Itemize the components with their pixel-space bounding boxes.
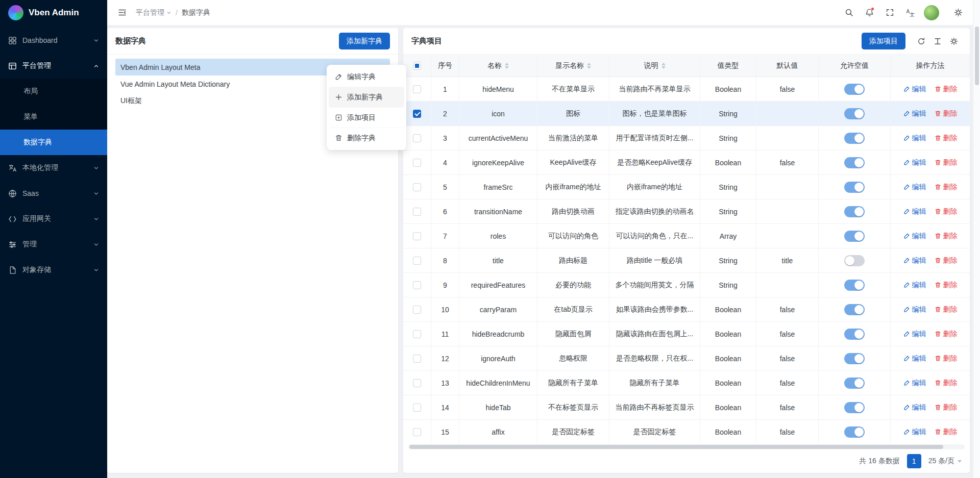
edit-button[interactable]: 编辑 [903, 134, 926, 143]
edit-button[interactable]: 编辑 [903, 183, 926, 192]
table-row[interactable]: 10 carryParam 在tab页显示 如果该路由会携带参数... Bool… [403, 297, 970, 322]
table-row[interactable]: 15 affix 是否固定标签 是否固定标签 Boolean false 编辑 … [403, 420, 970, 443]
row-checkbox[interactable] [413, 232, 421, 240]
add-dictionary-button[interactable]: 添加新字典 [339, 33, 390, 49]
allow-null-switch[interactable] [844, 402, 865, 413]
table-horizontal-scrollbar[interactable] [408, 444, 965, 449]
app-logo[interactable]: Vben Admin [0, 0, 107, 26]
sort-icons[interactable] [662, 63, 666, 69]
sidebar-item-object-storage[interactable]: 对象存储 [0, 257, 107, 283]
edit-button[interactable]: 编辑 [903, 330, 926, 339]
edit-button[interactable]: 编辑 [903, 403, 926, 412]
row-checkbox[interactable] [413, 306, 421, 314]
sidebar-item-manage[interactable]: 管理 [0, 232, 107, 257]
delete-button[interactable]: 删除 [935, 427, 958, 437]
edit-button[interactable]: 编辑 [903, 158, 926, 167]
edit-button[interactable]: 编辑 [903, 281, 926, 290]
delete-button[interactable]: 删除 [935, 134, 958, 143]
context-menu-item[interactable]: 删除字典 [329, 128, 404, 148]
sort-icons[interactable] [587, 63, 591, 69]
allow-null-switch[interactable] [844, 231, 865, 242]
edit-button[interactable]: 编辑 [903, 232, 926, 241]
edit-button[interactable]: 编辑 [903, 427, 926, 437]
scrollbar-thumb[interactable] [409, 445, 943, 449]
row-checkbox[interactable] [413, 428, 421, 436]
sidebar-item-data-dictionary[interactable]: 数据字典 [0, 130, 107, 155]
custom-column-icon[interactable] [930, 34, 945, 49]
context-menu-item[interactable]: 添加新字典 [329, 87, 404, 107]
delete-button[interactable]: 删除 [935, 379, 958, 388]
edit-button[interactable]: 编辑 [903, 305, 926, 314]
delete-button[interactable]: 删除 [935, 305, 958, 314]
table-row[interactable]: 3 currentActiveMenu 当前激活的菜单 用于配置详情页时左侧..… [403, 126, 970, 150]
context-menu-item[interactable]: 编辑字典 [329, 67, 404, 87]
allow-null-switch[interactable] [844, 108, 865, 119]
context-menu-item[interactable]: 添加项目 [329, 108, 404, 128]
table-row[interactable]: 14 hideTab 不在标签页显示 当前路由不再标签页显示 Boolean f… [403, 395, 970, 420]
table-row[interactable]: 6 transitionName 路由切换动画 指定该路由切换的动画名 Stri… [403, 199, 970, 224]
menu-fold-icon[interactable] [113, 4, 131, 21]
row-checkbox[interactable] [413, 355, 421, 363]
sidebar-item-localization[interactable]: 本地化管理 [0, 155, 107, 181]
allow-null-switch[interactable] [844, 426, 865, 438]
column-header[interactable]: 名称 [459, 55, 537, 77]
column-header[interactable]: 序号 [431, 55, 459, 77]
delete-button[interactable]: 删除 [935, 256, 958, 265]
page-scrollbar-thumb[interactable] [975, 27, 979, 85]
column-header[interactable]: 值类型 [700, 55, 756, 77]
delete-button[interactable]: 删除 [935, 109, 958, 118]
user-avatar[interactable] [924, 5, 939, 20]
page-number-button[interactable]: 1 [907, 454, 921, 468]
page-size-select[interactable]: 25 条/页 [928, 457, 962, 466]
delete-button[interactable]: 删除 [935, 330, 958, 339]
column-header[interactable]: 说明 [609, 55, 700, 77]
table-row[interactable]: 8 title 路由标题 路由title 一般必填 String title 编… [403, 248, 970, 273]
column-header[interactable]: 默认值 [756, 55, 819, 77]
breadcrumb-item[interactable]: 平台管理 [136, 8, 172, 17]
notification-bell-icon[interactable] [861, 4, 878, 21]
table-row[interactable]: 11 hideBreadcrumb 隐藏面包屑 隐藏该路由在面包屑上... Bo… [403, 322, 970, 346]
allow-null-switch[interactable] [844, 280, 865, 291]
sidebar-item-menu[interactable]: 菜单 [0, 104, 107, 130]
select-all-checkbox[interactable] [413, 62, 421, 70]
table-row[interactable]: 1 hideMenu 不在菜单显示 当前路由不再菜单显示 Boolean fal… [403, 77, 970, 102]
fullscreen-icon[interactable] [881, 4, 898, 21]
table-row[interactable]: 2 icon 图标 图标，也是菜单图标 String 编辑 删除 [403, 102, 970, 126]
table-row[interactable]: 5 frameSrc 内嵌iframe的地址 内嵌iframe的地址 Strin… [403, 175, 970, 199]
row-checkbox[interactable] [413, 110, 421, 118]
sidebar-item-gateway[interactable]: 应用网关 [0, 206, 107, 232]
allow-null-switch[interactable] [844, 378, 865, 389]
allow-null-switch[interactable] [844, 255, 865, 266]
row-checkbox[interactable] [413, 159, 421, 167]
row-checkbox[interactable] [413, 330, 421, 338]
sidebar-item-saas[interactable]: Saas [0, 181, 107, 206]
delete-button[interactable]: 删除 [935, 403, 958, 412]
row-checkbox[interactable] [413, 257, 421, 265]
allow-null-switch[interactable] [844, 353, 865, 364]
allow-null-switch[interactable] [844, 157, 865, 168]
row-checkbox[interactable] [413, 183, 421, 191]
table-row[interactable]: 9 requiredFeatures 必要的功能 多个功能间用英文，分隔 Str… [403, 273, 970, 297]
allow-null-switch[interactable] [844, 133, 865, 144]
search-icon[interactable] [840, 4, 857, 21]
add-item-button[interactable]: 添加项目 [862, 33, 905, 49]
column-header[interactable]: 显示名称 [537, 55, 609, 77]
sidebar-item-layout[interactable]: 布局 [0, 79, 107, 104]
table-row[interactable]: 13 hideChildrenInMenu 隐藏所有子菜单 隐藏所有子菜单 Bo… [403, 371, 970, 395]
delete-button[interactable]: 删除 [935, 158, 958, 167]
sort-icons[interactable] [505, 63, 509, 69]
settings-gear-icon[interactable] [946, 34, 962, 49]
row-checkbox[interactable] [413, 85, 421, 93]
delete-button[interactable]: 删除 [935, 207, 958, 216]
row-checkbox[interactable] [413, 281, 421, 289]
edit-button[interactable]: 编辑 [903, 109, 926, 118]
row-checkbox[interactable] [413, 404, 421, 412]
edit-button[interactable]: 编辑 [903, 85, 926, 94]
delete-button[interactable]: 删除 [935, 85, 958, 94]
column-header[interactable]: 操作方法 [891, 55, 970, 77]
edit-button[interactable]: 编辑 [903, 354, 926, 363]
delete-button[interactable]: 删除 [935, 281, 958, 290]
row-checkbox[interactable] [413, 208, 421, 216]
allow-null-switch[interactable] [844, 206, 865, 217]
row-checkbox[interactable] [413, 379, 421, 387]
